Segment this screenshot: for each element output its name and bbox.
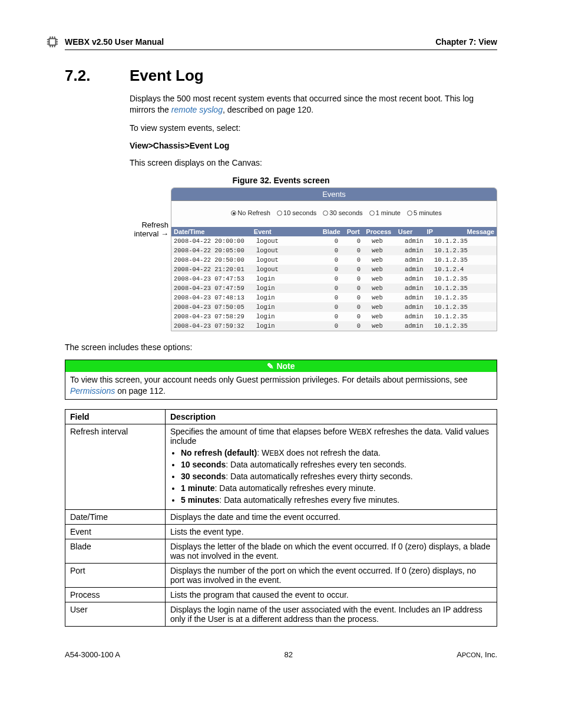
page-header: WEBX v2.50 User Manual Chapter 7: View: [65, 35, 497, 50]
note-body: To view this screen, your account needs …: [65, 372, 497, 399]
radio-10-seconds[interactable]: [277, 210, 282, 216]
table-row: 2008-04-23 07:50:05login00webadmin10.1.2…: [171, 302, 497, 312]
table-row: 2008-04-23 07:47:53login00webadmin10.1.2…: [171, 274, 497, 284]
table-row: ProcessLists the program that caused the…: [65, 588, 497, 602]
options-intro: The screen includes these options:: [65, 342, 497, 353]
list-item: No refresh (default): WEBX does not refr…: [181, 448, 492, 457]
figure-caption: Figure 32. Events screen: [65, 176, 497, 185]
table-row: Date/TimeDisplays the date and time the …: [65, 510, 497, 525]
table-row: 2008-04-22 20:05:00logout00webadmin10.1.…: [171, 246, 497, 255]
radio-no-refresh[interactable]: [231, 210, 236, 216]
footer-page-number: 82: [120, 650, 457, 659]
table-row: BladeDisplays the letter of the blade on…: [65, 539, 497, 564]
list-item: 10 seconds: Data automatically refreshes…: [181, 460, 492, 469]
table-row: 2008-04-22 20:50:00logout00webadmin10.1.…: [171, 255, 497, 265]
section-heading: 7.2. Event Log: [65, 67, 497, 85]
events-panel: Events No Refresh 10 seconds 30 seconds …: [171, 187, 497, 331]
section-title: Event Log: [130, 67, 204, 85]
list-item: 1 minute: Data automatically refreshes e…: [181, 483, 492, 493]
table-row: 2008-04-23 07:48:13login00webadmin10.1.2…: [171, 293, 497, 302]
section-number: 7.2.: [65, 67, 130, 85]
table-row: 2008-04-22 20:00:00logout00webadmin10.1.…: [171, 236, 497, 246]
events-table-header: Date/Time Event Blade Port Process User …: [171, 227, 497, 236]
figure-callout: Refresh interval →: [130, 187, 171, 238]
permissions-link[interactable]: Permissions: [70, 386, 115, 396]
note-box: ✎ Note To view this screen, your account…: [65, 360, 497, 400]
header-right: Chapter 7: View: [435, 37, 497, 47]
table-row: PortDisplays the number of the port on w…: [65, 564, 497, 588]
events-table-body: 2008-04-22 20:00:00logout00webadmin10.1.…: [171, 236, 497, 331]
note-icon: ✎: [267, 361, 276, 371]
table-row: 2008-04-23 07:58:29login00webadmin10.1.2…: [171, 312, 497, 321]
table-row: UserDisplays the login name of the user …: [65, 602, 497, 627]
arrow-right-icon: →: [161, 229, 168, 238]
fields-table: Field Description Refresh interval Speci…: [65, 409, 497, 627]
remote-syslog-link[interactable]: remote syslog: [171, 105, 223, 114]
events-panel-title: Events: [171, 188, 497, 201]
note-heading: ✎ Note: [65, 360, 497, 372]
table-row: Refresh interval Specifies the amount of…: [65, 424, 497, 510]
radio-1-minute[interactable]: [369, 210, 375, 216]
footer-left: A54-3000-100 A: [65, 650, 120, 659]
refresh-interval-radios: No Refresh 10 seconds 30 seconds 1 minut…: [171, 201, 497, 227]
page-footer: A54-3000-100 A 82 APCON, Inc.: [65, 650, 497, 659]
radio-30-seconds[interactable]: [323, 210, 328, 216]
table-row: 2008-04-23 07:59:32login00webadmin10.1.2…: [171, 321, 497, 331]
header-left: WEBX v2.50 User Manual: [65, 37, 164, 47]
list-item: 30 seconds: Data automatically refreshes…: [181, 472, 492, 481]
nav-path: View>Chassis>Event Log: [130, 141, 497, 150]
chip-icon: [46, 35, 59, 48]
intro-paragraph-1: Displays the 500 most recent system even…: [130, 93, 497, 116]
table-row: EventLists the event type.: [65, 525, 497, 539]
table-row: 2008-04-22 21:20:01logout00webadmin10.1.…: [171, 265, 497, 274]
refresh-options-list: No refresh (default): WEBX does not refr…: [170, 448, 492, 505]
footer-right: APCON, Inc.: [457, 650, 497, 659]
list-item: 5 minutes: Data automatically refreshes …: [181, 495, 492, 505]
svg-rect-0: [49, 39, 56, 45]
fields-table-header: Field Description: [65, 410, 497, 424]
table-row: 2008-04-23 07:47:59login00webadmin10.1.2…: [171, 284, 497, 293]
radio-5-minutes[interactable]: [407, 210, 412, 216]
intro-paragraph-3: This screen displays on the Canvas:: [130, 157, 497, 169]
intro-paragraph-2: To view system events, select:: [130, 123, 497, 134]
